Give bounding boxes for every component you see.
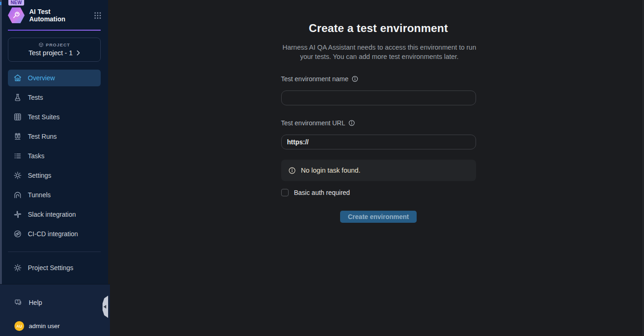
sidebar-item-label: Settings <box>28 172 52 179</box>
app-title: AI Test Automation <box>29 8 74 23</box>
help-chat-icon: ? <box>14 298 23 307</box>
tunnel-icon <box>13 191 22 199</box>
flask-icon <box>13 93 22 102</box>
sidebar-item-test-runs[interactable]: Test Runs <box>8 128 101 145</box>
environment-url-input[interactable] <box>281 135 476 149</box>
robot-search-icon <box>11 10 21 20</box>
project-eyebrow-label: PROJECT <box>46 42 71 47</box>
header-divider <box>8 30 101 31</box>
sidebar-item-tasks[interactable]: Tasks <box>8 148 101 164</box>
sidebar-nav: Overview Tests Test Suites Test Runs Tas… <box>8 70 101 242</box>
list-icon <box>13 152 22 160</box>
svg-text:?: ? <box>17 300 19 303</box>
sidebar-item-project-settings[interactable]: Project Settings <box>8 259 101 276</box>
basic-auth-label: Basic auth required <box>294 189 350 196</box>
nav-divider <box>8 252 101 252</box>
collapse-arrow-icon <box>103 305 106 309</box>
sidebar-item-label: Test Runs <box>28 133 57 140</box>
sidebar-item-cicd-integration[interactable]: CI-CD integration <box>8 226 101 242</box>
slack-icon <box>13 210 22 219</box>
user-menu[interactable]: AU admin user <box>14 321 103 331</box>
page-subtitle: Harness AI QA Assistant needs to access … <box>281 43 478 61</box>
sidebar: NEW AI Test Automation PROJECT Test proj <box>0 0 108 336</box>
sidebar-item-label: Tests <box>28 94 43 101</box>
sidebar-item-tests[interactable]: Tests <box>8 89 101 106</box>
gear-icon <box>13 264 22 272</box>
project-selector[interactable]: PROJECT Test project - 1 <box>8 38 101 62</box>
info-icon <box>352 76 358 82</box>
sidebar-item-overview[interactable]: Overview <box>8 70 101 86</box>
home-icon <box>13 74 22 82</box>
new-badge: NEW <box>8 0 24 6</box>
create-environment-button[interactable]: Create environment <box>340 211 417 223</box>
info-icon <box>348 120 355 126</box>
sidebar-item-label: CI-CD integration <box>28 230 78 238</box>
page-title: Create a test environment <box>281 22 476 35</box>
chevron-right-icon <box>77 50 80 56</box>
sidebar-item-label: Overview <box>28 74 55 82</box>
sidebar-item-slack-integration[interactable]: Slack integration <box>8 206 101 223</box>
app-logo <box>8 7 25 24</box>
avatar: AU <box>14 321 24 331</box>
help-button[interactable]: ? Help <box>14 298 103 307</box>
main-content: Create a test environment Harness AI QA … <box>108 0 644 336</box>
sidebar-item-label: Project Settings <box>28 264 73 271</box>
grid-icon <box>13 113 22 121</box>
cube-icon <box>39 42 44 47</box>
sidebar-item-label: Slack integration <box>28 211 76 218</box>
info-icon <box>289 167 296 174</box>
environment-url-label-text: Test environment URL <box>281 119 346 127</box>
help-label: Help <box>29 299 42 306</box>
apps-grid-icon[interactable] <box>94 12 102 19</box>
environment-name-label: Test environment name <box>281 75 476 83</box>
project-eyebrow: PROJECT <box>11 42 97 47</box>
project-name: Test project - 1 <box>28 49 72 57</box>
basic-auth-checkbox[interactable] <box>281 189 289 196</box>
environment-name-label-text: Test environment name <box>281 75 349 83</box>
columns-icon <box>13 132 22 141</box>
sidebar-footer: ? Help AU admin user <box>0 284 110 336</box>
create-environment-form: Create a test environment Harness AI QA … <box>281 0 476 223</box>
environment-name-input[interactable] <box>281 90 476 105</box>
basic-auth-row: Basic auth required <box>281 189 476 196</box>
user-name: admin user <box>29 323 60 330</box>
sidebar-item-label: Tasks <box>28 152 45 160</box>
environment-url-label: Test environment URL <box>281 119 476 127</box>
left-edge-accent <box>0 2 1 5</box>
link-circles-icon <box>13 230 22 238</box>
sidebar-item-label: Test Suites <box>28 113 59 121</box>
sidebar-item-label: Tunnels <box>28 191 51 199</box>
login-task-notice: No login task found. <box>281 160 476 181</box>
sidebar-item-test-suites[interactable]: Test Suites <box>8 109 101 125</box>
notice-text: No login task found. <box>301 167 361 174</box>
sidebar-item-tunnels[interactable]: Tunnels <box>8 187 101 203</box>
gear-icon <box>13 171 22 180</box>
sidebar-item-settings[interactable]: Settings <box>8 167 101 184</box>
